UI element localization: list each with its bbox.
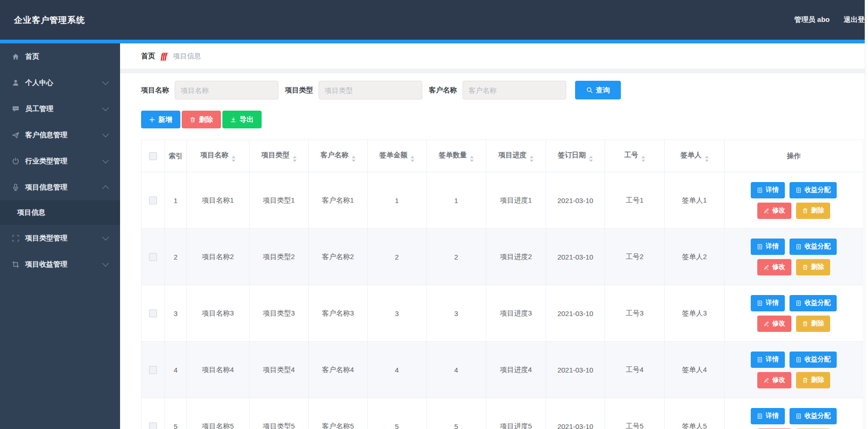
detail-button[interactable]: 详情 bbox=[751, 239, 785, 255]
sort-icon[interactable] bbox=[641, 156, 645, 162]
sidebar-subitem-project-info[interactable]: 项目信息 bbox=[0, 200, 120, 225]
sort-icon[interactable] bbox=[589, 156, 593, 162]
query-button[interactable]: 查询 bbox=[575, 81, 621, 99]
allocate-revenue-button[interactable]: 收益分配 bbox=[790, 408, 837, 424]
document-icon bbox=[796, 187, 802, 193]
cell-index: 4 bbox=[165, 342, 187, 398]
projects-table: 索引 项目名称 项目类型 客户名称 签单金额 签单数量 项目进度 签订日期 工号… bbox=[141, 140, 863, 429]
main-layout: 首页 个人中心 员工管理 客户信息管理 bbox=[0, 43, 868, 429]
row-delete-button[interactable]: 删除 bbox=[796, 316, 830, 332]
accent-strip bbox=[0, 40, 868, 43]
row-checkbox[interactable] bbox=[149, 309, 157, 317]
cell-project-progress: 项目进度2 bbox=[486, 229, 546, 285]
cell-project-name: 项目名称5 bbox=[187, 398, 249, 429]
detail-button[interactable]: 详情 bbox=[751, 352, 785, 368]
allocate-button-label: 收益分配 bbox=[804, 186, 831, 194]
top-header: 企业客户管理系统 管理员 abo 退出登录 bbox=[0, 0, 868, 40]
header-project-name: 项目名称 bbox=[187, 140, 249, 172]
sidebar-item-home[interactable]: 首页 bbox=[0, 43, 120, 70]
row-delete-button[interactable]: 删除 bbox=[796, 203, 830, 219]
row-checkbox[interactable] bbox=[149, 253, 157, 261]
detail-button[interactable]: 详情 bbox=[751, 408, 785, 424]
cell-customer-name: 客户名称2 bbox=[309, 229, 368, 285]
toolbar: 新增 删除 导出 bbox=[141, 111, 868, 128]
allocate-revenue-button[interactable]: 收益分配 bbox=[790, 182, 837, 198]
cell-sign-amount: 5 bbox=[368, 398, 427, 429]
cell-actions: 详情 收益分配 修改 删除 bbox=[725, 229, 863, 285]
sidebar-item-customer-info-mgmt[interactable]: 客户信息管理 bbox=[0, 122, 120, 148]
project-type-label: 项目类型 bbox=[285, 86, 313, 95]
delete-button-label: 删除 bbox=[199, 115, 213, 124]
breadcrumb-home-link[interactable]: 首页 bbox=[141, 52, 155, 61]
action-line-2: 修改 删除 bbox=[725, 259, 862, 275]
cell-project-type: 项目类型1 bbox=[249, 172, 309, 229]
sidebar-item-label: 个人中心 bbox=[25, 78, 53, 87]
chevron-down-icon bbox=[102, 78, 109, 85]
cell-sign-date: 2021-03-10 bbox=[546, 398, 605, 429]
user-icon bbox=[12, 79, 20, 87]
sidebar-item-project-revenue-mgmt[interactable]: 项目收益管理 bbox=[0, 251, 120, 277]
sidebar-item-employee-mgmt[interactable]: 员工管理 bbox=[0, 96, 120, 122]
column-label: 工号 bbox=[624, 151, 638, 159]
delete-button[interactable]: 删除 bbox=[182, 111, 221, 128]
sidebar-item-industry-type-mgmt[interactable]: 行业类型管理 bbox=[0, 148, 120, 174]
export-button[interactable]: 导出 bbox=[222, 111, 262, 128]
customer-name-input[interactable] bbox=[462, 81, 566, 99]
row-select-cell bbox=[142, 172, 165, 229]
select-all-checkbox[interactable] bbox=[149, 152, 157, 160]
cell-sign-quantity: 3 bbox=[427, 285, 486, 342]
row-select-cell bbox=[142, 285, 165, 342]
scrollbar-track[interactable] bbox=[865, 0, 868, 429]
trash-icon bbox=[802, 377, 808, 383]
sort-icon[interactable] bbox=[411, 156, 414, 162]
trash-icon bbox=[190, 117, 196, 123]
row-checkbox[interactable] bbox=[149, 197, 157, 204]
sidebar-item-project-info-mgmt[interactable]: 项目信息管理 bbox=[0, 174, 120, 200]
edit-button[interactable]: 修改 bbox=[757, 203, 791, 219]
sidebar-item-label: 首页 bbox=[25, 52, 39, 61]
edit-button[interactable]: 修改 bbox=[757, 259, 791, 275]
row-checkbox[interactable] bbox=[149, 422, 157, 429]
sidebar-item-label: 项目收益管理 bbox=[25, 260, 67, 269]
sort-icon[interactable] bbox=[232, 156, 235, 162]
sidebar-item-label: 项目信息管理 bbox=[25, 183, 67, 192]
project-name-input[interactable] bbox=[175, 81, 278, 99]
cell-sign-amount: 2 bbox=[368, 229, 427, 285]
cell-index: 2 bbox=[165, 229, 187, 285]
send-icon bbox=[12, 131, 20, 139]
row-delete-button[interactable]: 删除 bbox=[796, 372, 830, 388]
cell-signer: 签单人2 bbox=[665, 229, 725, 285]
project-type-input[interactable] bbox=[319, 81, 422, 99]
edit-button[interactable]: 修改 bbox=[757, 372, 791, 388]
admin-user-link[interactable]: 管理员 abo bbox=[794, 15, 830, 24]
header-sign-date: 签订日期 bbox=[546, 140, 605, 172]
document-icon bbox=[796, 413, 802, 419]
detail-button[interactable]: 详情 bbox=[751, 182, 785, 198]
edit-button[interactable]: 修改 bbox=[757, 316, 791, 332]
sidebar-item-label: 项目类型管理 bbox=[25, 234, 67, 243]
allocate-revenue-button[interactable]: 收益分配 bbox=[790, 239, 837, 255]
document-icon bbox=[796, 357, 802, 363]
row-delete-button[interactable]: 删除 bbox=[796, 259, 830, 275]
add-button[interactable]: 新增 bbox=[141, 111, 180, 128]
detail-button-label: 详情 bbox=[766, 186, 779, 194]
allocate-button-label: 收益分配 bbox=[804, 299, 831, 307]
allocate-revenue-button[interactable]: 收益分配 bbox=[790, 295, 837, 311]
action-line-1: 详情 收益分配 bbox=[725, 182, 862, 198]
sort-icon[interactable] bbox=[470, 156, 474, 162]
sort-icon[interactable] bbox=[293, 156, 297, 162]
action-line-2: 修改 删除 bbox=[725, 372, 862, 388]
document-icon bbox=[757, 300, 763, 306]
sidebar-item-project-type-mgmt[interactable]: 项目类型管理 bbox=[0, 225, 120, 251]
sort-icon[interactable] bbox=[530, 156, 534, 162]
row-checkbox[interactable] bbox=[149, 366, 157, 374]
sidebar-subitem-label: 项目信息 bbox=[17, 208, 45, 217]
allocate-revenue-button[interactable]: 收益分配 bbox=[790, 352, 837, 368]
detail-button[interactable]: 详情 bbox=[751, 295, 785, 311]
sort-icon[interactable] bbox=[705, 156, 709, 162]
row-delete-button-label: 删除 bbox=[811, 376, 824, 384]
sidebar-item-personal-center[interactable]: 个人中心 bbox=[0, 70, 120, 96]
sort-icon[interactable] bbox=[352, 156, 356, 162]
action-line-2: 修改 删除 bbox=[725, 203, 862, 219]
header-select-cell bbox=[142, 140, 165, 172]
